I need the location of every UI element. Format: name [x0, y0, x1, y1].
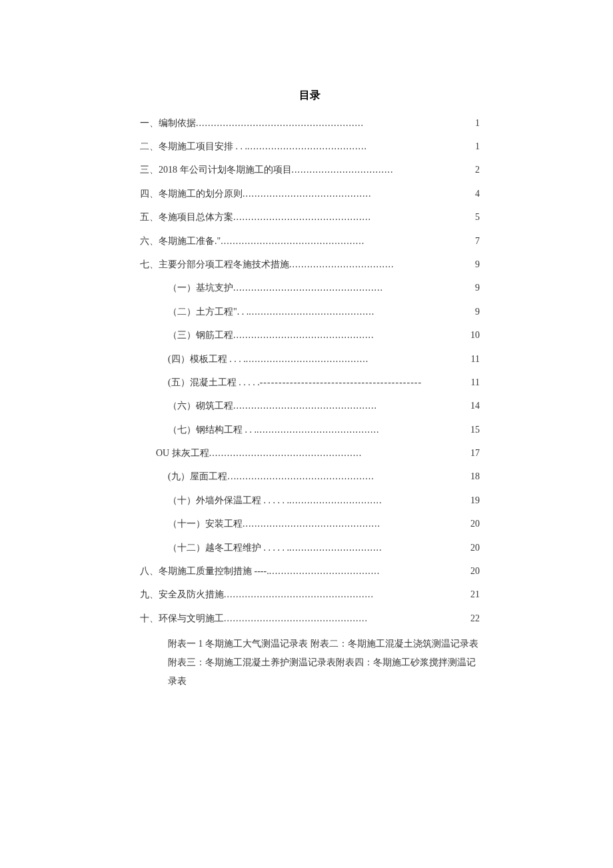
toc-entry-leader: ........................................… — [246, 352, 470, 367]
toc-entry-label: （二）土方工程". . . — [168, 305, 249, 319]
toc-entry: （二）土方工程". . . ..........................… — [140, 305, 480, 319]
toc-entry: （三）钢筋工程 ................................… — [140, 328, 480, 343]
toc-entry: 十、环保与文明施工 ..............................… — [140, 611, 480, 626]
toc-entry-page: 20 — [469, 564, 480, 579]
toc-entry-label: （十一）安装工程 — [168, 517, 243, 531]
toc-entry: (五）混凝土工程 . . . . . ---------------------… — [140, 375, 480, 390]
toc-entry-leader: ........................................… — [224, 587, 469, 602]
toc-entry-label: 编制依据 — [159, 116, 196, 131]
toc-entry-label: 冬施项目总体方案 — [159, 210, 233, 225]
toc-entry: 二、冬期施工项目安排 . . . .......................… — [140, 139, 480, 154]
toc-entry-label: （十二）越冬工程维护 . . . . . . — [168, 541, 289, 555]
toc-entry-number: 一、 — [140, 116, 159, 131]
toc-entry-leader: ............................... — [289, 541, 469, 555]
toc-entry-label: (四）模板工程 . . . . — [168, 352, 246, 367]
toc-entry-leader: ........................................… — [224, 611, 469, 626]
toc-entry-page: 20 — [469, 541, 480, 555]
toc-entry-leader: ........................................… — [221, 234, 474, 249]
toc-entry-page: 15 — [469, 423, 480, 437]
toc-entry-page: 17 — [469, 446, 480, 461]
toc-entry-label: 安全及防火措施 — [159, 587, 224, 602]
toc-entry-label: （七）钢结构工程 . . . — [168, 423, 257, 437]
toc-entry: (四）模板工程 . . . . ........................… — [140, 352, 480, 367]
toc-entry: OU 抹灰工程 ................................… — [140, 446, 480, 461]
toc-entry-page: 19 — [469, 493, 480, 508]
toc-entry-leader: ........................................… — [233, 399, 469, 413]
toc-entry: （六）砌筑工程.................................… — [140, 399, 480, 413]
toc-entry: 八、冬期施工质量控制措施 ----.......................… — [140, 564, 480, 579]
toc-entry-leader: ........................................ — [247, 139, 474, 154]
toc-entry-label: 冬期施工项目安排 . . . — [159, 139, 247, 154]
toc-entry-label: (九）屋面工程… — [168, 469, 237, 484]
toc-entry-label: 主要分部分项工程冬施技术措施 — [159, 257, 289, 272]
toc-entry: 七、主要分部分项工程冬施技术措施 .......................… — [140, 257, 480, 272]
toc-entry-label: （一）基坑支护 — [168, 281, 233, 295]
toc-entry: （十一）安装工程................................… — [140, 517, 480, 531]
toc-entry: (九）屋面工程…................................… — [140, 469, 480, 484]
toc-entry-leader: ........................................… — [209, 446, 469, 461]
toc-entry-number: 七、 — [140, 257, 159, 272]
toc-entry-number: 八、 — [140, 564, 159, 579]
toc-entry: 六、冬期施工准备."..............................… — [140, 234, 480, 249]
toc-entry-leader: ........................................… — [233, 210, 474, 225]
toc-entry-leader: ........................................… — [243, 187, 474, 201]
toc-entry-leader: .................................. — [292, 163, 474, 177]
toc-entry-number: 六、 — [140, 234, 159, 249]
toc-entry-page: 9 — [474, 281, 480, 295]
toc-entry-label: 冬期施工的划分原则 — [159, 187, 243, 201]
toc-entry-page: 9 — [474, 305, 480, 319]
toc-entry-leader: ........................................… — [243, 517, 469, 531]
toc-entry: 一、编制依据 .................................… — [140, 116, 480, 131]
toc-entry: （七）钢结构工程 . . . .........................… — [140, 423, 480, 437]
toc-entry-page: 2 — [474, 163, 480, 177]
toc-entry-leader: ..................................... — [269, 564, 469, 579]
toc-entry-number: 九、 — [140, 587, 159, 602]
toc-entry: 三、2018 年公司计划冬期施工的项目 ....................… — [140, 163, 480, 177]
toc-entry: （十）外墙外保温工程 . . . . . . .................… — [140, 493, 480, 508]
toc-entry-label: 冬期施工准备." — [159, 234, 221, 249]
toc-entry-number: 三、 — [140, 163, 159, 177]
toc-entry: （一）基坑支护.................................… — [140, 281, 480, 295]
toc-entry: 四、冬期施工的划分原则.............................… — [140, 187, 480, 201]
toc-list: 一、编制依据 .................................… — [140, 116, 480, 627]
toc-entry-leader: ........................................… — [233, 281, 474, 295]
toc-title: 目录 — [140, 87, 480, 104]
toc-entry-leader: ............................... — [289, 493, 469, 508]
toc-entry-label: 环保与文明施工 — [159, 611, 224, 626]
toc-entry-number: 二、 — [140, 139, 159, 154]
appendix-block: 附表一 1 冬期施工大气测温记录表 附表二：冬期施工混凝土浇筑测温记录表附表三：… — [140, 635, 480, 691]
toc-entry-page: 11 — [470, 352, 480, 367]
toc-entry: （十二）越冬工程维护 . . . . . . .................… — [140, 541, 480, 555]
toc-entry-page: 20 — [469, 517, 480, 531]
toc-entry-page: 9 — [474, 257, 480, 272]
toc-entry-page: 18 — [469, 469, 480, 484]
toc-entry-number: 五、 — [140, 210, 159, 225]
toc-entry-page: 10 — [469, 328, 480, 343]
toc-entry-leader: ........................................… — [249, 305, 474, 319]
toc-entry-label: （十）外墙外保温工程 . . . . . . — [168, 493, 289, 508]
toc-entry-number: 十、 — [140, 611, 159, 626]
toc-entry: 九、安全及防火措施...............................… — [140, 587, 480, 602]
toc-entry-leader: ........................................… — [257, 423, 469, 437]
toc-entry-page: 11 — [470, 375, 480, 390]
toc-entry-number: 四、 — [140, 187, 159, 201]
toc-entry-leader: ----------------------------------------… — [260, 375, 470, 390]
toc-entry: 五、冬施项目总体方案 .............................… — [140, 210, 480, 225]
toc-entry-leader: ........................................… — [237, 469, 469, 484]
toc-entry-label: 冬期施工质量控制措施 ----. — [159, 564, 269, 579]
toc-entry-leader: ........................................… — [196, 116, 474, 131]
toc-entry-page: 4 — [474, 187, 480, 201]
toc-entry-page: 1 — [474, 116, 480, 131]
toc-entry-page: 22 — [469, 611, 480, 626]
toc-entry-label: (五）混凝土工程 . . . . . — [168, 375, 260, 390]
toc-entry-page: 7 — [474, 234, 480, 249]
toc-entry-page: 14 — [469, 399, 480, 413]
toc-entry-label: （六）砌筑工程 — [168, 399, 233, 413]
toc-entry-page: 21 — [469, 587, 480, 602]
toc-entry-label: 2018 年公司计划冬期施工的项目 — [159, 163, 292, 177]
toc-entry-leader: ................................... — [289, 257, 474, 272]
toc-entry-page: 5 — [474, 210, 480, 225]
toc-entry-label: （三）钢筋工程 — [168, 328, 233, 343]
toc-entry-label: OU 抹灰工程 — [156, 446, 209, 461]
toc-entry-leader: ........................................… — [233, 328, 469, 343]
